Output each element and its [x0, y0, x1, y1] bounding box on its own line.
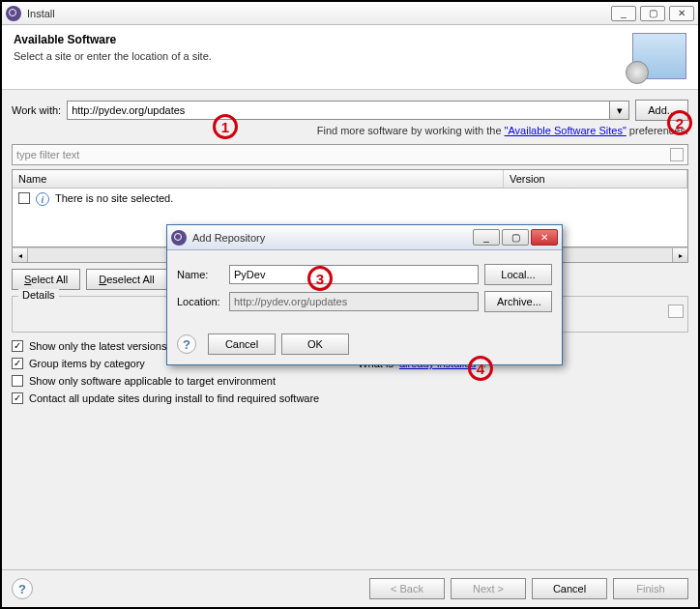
empty-message: There is no site selected. [55, 192, 173, 204]
back-button[interactable]: < Back [369, 578, 445, 599]
chk-latest[interactable] [12, 340, 23, 352]
location-input[interactable] [229, 292, 479, 311]
col-version[interactable]: Version [504, 170, 687, 188]
window-title: Install [27, 8, 611, 19]
next-button[interactable]: Next > [451, 578, 526, 599]
dialog-help-button[interactable]: ? [177, 334, 196, 354]
dialog-minimize-button[interactable]: _ [473, 229, 500, 246]
select-all-button[interactable]: SSelect Allelect All [12, 269, 80, 290]
workwith-label: Work with: [12, 104, 61, 116]
wizard-footer: ? < Back Next > Cancel Finish [2, 569, 698, 607]
add-button[interactable]: Add... [635, 100, 688, 121]
name-label: Name: [177, 269, 223, 280]
eclipse-icon [171, 230, 187, 246]
dialog-ok-button[interactable]: OK [281, 334, 349, 355]
eclipse-icon [6, 6, 21, 21]
dialog-maximize-button[interactable]: ▢ [502, 229, 529, 246]
install-window: Install _ ▢ ✕ Available Software Select … [0, 0, 700, 609]
close-button[interactable]: ✕ [669, 6, 694, 21]
dialog-cancel-button[interactable]: Cancel [208, 334, 276, 355]
dialog-close-button[interactable]: ✕ [531, 229, 558, 246]
add-repository-dialog: Add Repository _ ▢ ✕ Name: Local... Loca… [166, 224, 563, 365]
finish-button[interactable]: Finish [613, 578, 688, 599]
workwith-combo[interactable]: ▾ [67, 101, 629, 120]
info-icon: i [36, 192, 49, 206]
dialog-title: Add Repository [192, 232, 473, 244]
dialog-titlebar[interactable]: Add Repository _ ▢ ✕ [167, 225, 562, 250]
scroll-right-icon[interactable]: ▸ [672, 248, 687, 262]
install-banner-icon [632, 33, 686, 79]
banner-sub: Select a site or enter the location of a… [14, 50, 632, 62]
chk-contact[interactable] [12, 392, 23, 404]
details-expand-icon[interactable] [668, 304, 684, 318]
available-sites-link[interactable]: "Available Software Sites" [505, 125, 627, 136]
maximize-button[interactable]: ▢ [640, 6, 665, 21]
filter-clear-icon[interactable] [670, 148, 684, 161]
hint-text: Find more software by working with the "… [12, 125, 688, 136]
deselect-all-button[interactable]: Deselect All [86, 269, 166, 290]
row-checkbox[interactable] [18, 192, 30, 204]
name-input[interactable] [229, 265, 479, 284]
workwith-input[interactable] [67, 101, 610, 120]
workwith-dropdown-button[interactable]: ▾ [610, 101, 629, 120]
location-label: Location: [177, 296, 223, 307]
banner: Available Software Select a site or ente… [2, 25, 698, 90]
local-button[interactable]: Local... [484, 264, 552, 285]
chk-group[interactable] [12, 358, 23, 369]
banner-heading: Available Software [14, 33, 632, 46]
chk-applicable[interactable] [12, 375, 23, 387]
titlebar[interactable]: Install _ ▢ ✕ [2, 2, 698, 25]
minimize-button[interactable]: _ [611, 6, 636, 21]
filter-input[interactable]: type filter text [12, 144, 688, 165]
scroll-left-icon[interactable]: ◂ [13, 248, 28, 262]
cancel-button[interactable]: Cancel [532, 578, 607, 599]
archive-button[interactable]: Archive... [484, 291, 552, 312]
col-name[interactable]: Name [13, 170, 504, 188]
details-label: Details [18, 289, 59, 301]
help-button[interactable]: ? [12, 578, 33, 599]
